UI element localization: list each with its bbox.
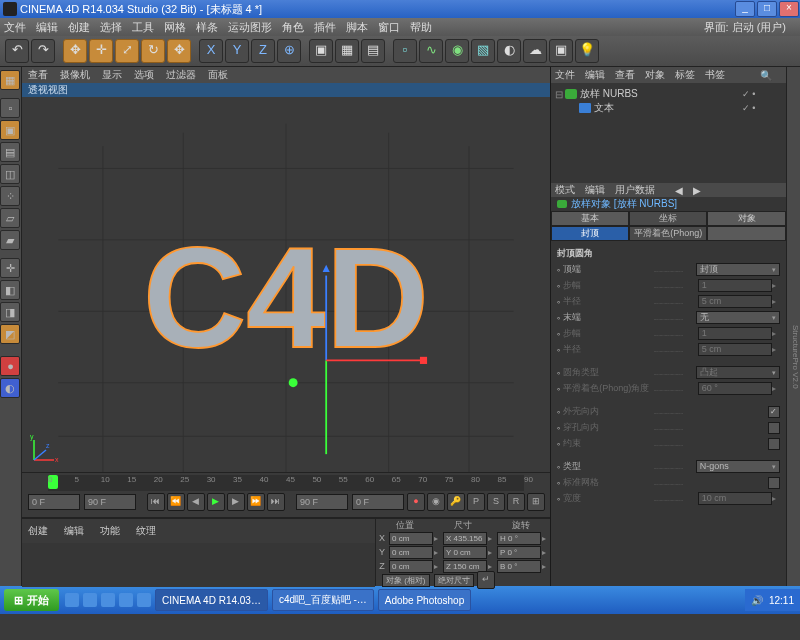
attr-subtab[interactable]: 平滑着色(Phong): [629, 226, 707, 241]
render-region[interactable]: ▦: [335, 39, 359, 63]
object-mode[interactable]: ▣: [0, 120, 20, 140]
attr-field[interactable]: 1: [698, 327, 772, 340]
key-selection[interactable]: 🔑: [447, 493, 465, 511]
key-scale[interactable]: S: [487, 493, 505, 511]
timeline-end-vis[interactable]: 90 F: [84, 494, 136, 510]
texture-mode[interactable]: ▤: [0, 142, 20, 162]
om-bookmarks[interactable]: 书签: [705, 68, 725, 82]
z-axis-toggle[interactable]: Z: [251, 39, 275, 63]
mat-create[interactable]: 创建: [28, 524, 48, 538]
render-settings[interactable]: ▤: [361, 39, 385, 63]
undo-button[interactable]: ↶: [5, 39, 29, 63]
scale-tool[interactable]: ⤢: [115, 39, 139, 63]
primitive-cube[interactable]: ▫: [393, 39, 417, 63]
material-panel[interactable]: [22, 543, 375, 587]
mat-edit[interactable]: 编辑: [64, 524, 84, 538]
modeling-tool[interactable]: ▧: [471, 39, 495, 63]
quicklaunch-icon[interactable]: [119, 593, 133, 607]
quicklaunch-icon[interactable]: [137, 593, 151, 607]
vp-menu-display[interactable]: 显示: [102, 68, 122, 82]
vp-menu-camera[interactable]: 摄像机: [60, 68, 90, 82]
menu-help[interactable]: 帮助: [410, 20, 432, 35]
clock[interactable]: 12:11: [769, 595, 794, 606]
make-editable[interactable]: ▦: [0, 70, 20, 90]
timeline-end[interactable]: 90 F: [296, 494, 348, 510]
environment-tool[interactable]: ☁: [523, 39, 547, 63]
attr-subtab[interactable]: [707, 226, 785, 241]
start-button[interactable]: ⊞开始: [4, 589, 59, 611]
autokey-button[interactable]: ◉: [427, 493, 445, 511]
menu-window[interactable]: 窗口: [378, 20, 400, 35]
taskbar-button[interactable]: c4d吧_百度贴吧 -…: [272, 589, 374, 611]
model-mode[interactable]: ▫: [0, 98, 20, 118]
layout-dropdown[interactable]: 界面: 启动 (用户): [704, 20, 787, 35]
timeline-current[interactable]: 0 F: [352, 494, 404, 510]
attr-field[interactable]: 1: [698, 279, 772, 292]
menu-character[interactable]: 角色: [282, 20, 304, 35]
om-file[interactable]: 文件: [555, 68, 575, 82]
attr-field[interactable]: 5 cm: [698, 295, 772, 308]
om-edit[interactable]: 编辑: [585, 68, 605, 82]
menu-file[interactable]: 文件: [4, 20, 26, 35]
menu-tools[interactable]: 工具: [132, 20, 154, 35]
menu-mesh[interactable]: 网格: [164, 20, 186, 35]
nurbs-tool[interactable]: ◉: [445, 39, 469, 63]
om-search-icon[interactable]: 🔍: [760, 70, 772, 81]
key-param[interactable]: ⊞: [527, 493, 545, 511]
play-button[interactable]: ▶: [207, 493, 225, 511]
attr-checkbox[interactable]: ✓: [768, 406, 780, 418]
attr-checkbox[interactable]: [768, 422, 780, 434]
menu-mograph[interactable]: 运动图形: [228, 20, 272, 35]
attr-userdata[interactable]: 用户数据: [615, 183, 655, 197]
dynamics-icon[interactable]: ●: [0, 356, 20, 376]
attr-subtab[interactable]: 基本: [551, 211, 629, 226]
menu-script[interactable]: 脚本: [346, 20, 368, 35]
edges-mode[interactable]: ▱: [0, 208, 20, 228]
deformer-tool[interactable]: ◐: [497, 39, 521, 63]
object-hierarchy[interactable]: ⊟放样 NURBS✓ •文本✓ •: [551, 83, 786, 183]
om-tags[interactable]: 标签: [675, 68, 695, 82]
goto-nextkey[interactable]: ⏩: [247, 493, 265, 511]
coord-mode-dd[interactable]: 对象 (相对): [382, 574, 430, 587]
attr-subtab[interactable]: 封顶: [551, 226, 629, 241]
coord-size-dd[interactable]: 绝对尺寸: [434, 574, 474, 587]
viewport-canvas[interactable]: C4D y x z: [22, 97, 550, 472]
attr-prev-icon[interactable]: ◀: [675, 185, 683, 196]
next-frame[interactable]: ▶: [227, 493, 245, 511]
attr-dropdown[interactable]: 凸起: [696, 366, 780, 379]
y-axis-toggle[interactable]: Y: [225, 39, 249, 63]
minimize-button[interactable]: _: [735, 1, 755, 17]
om-object[interactable]: 对象: [645, 68, 665, 82]
right-edge-tabs[interactable]: StructurePro V2.0: [786, 67, 800, 586]
coord-system[interactable]: ⊕: [277, 39, 301, 63]
camera-tool[interactable]: ▣: [549, 39, 573, 63]
prev-frame[interactable]: ◀: [187, 493, 205, 511]
coord-apply[interactable]: ↵: [477, 571, 495, 589]
quicklaunch-icon[interactable]: [83, 593, 97, 607]
menu-create[interactable]: 创建: [68, 20, 90, 35]
record-button[interactable]: ●: [407, 493, 425, 511]
render-view[interactable]: ▣: [309, 39, 333, 63]
axis-mode[interactable]: ✛: [0, 258, 20, 278]
select-tool[interactable]: ✥: [63, 39, 87, 63]
uvpoints-mode[interactable]: ◫: [0, 164, 20, 184]
rotate-tool[interactable]: ↻: [141, 39, 165, 63]
particles-icon[interactable]: ◐: [0, 378, 20, 398]
snap-toggle[interactable]: ◨: [0, 302, 20, 322]
attr-subtab[interactable]: 坐标: [629, 211, 707, 226]
mat-function[interactable]: 功能: [100, 524, 120, 538]
workplane[interactable]: ◩: [0, 324, 20, 344]
attr-checkbox[interactable]: [768, 438, 780, 450]
spline-tool[interactable]: ∿: [419, 39, 443, 63]
attr-field[interactable]: 5 cm: [698, 343, 772, 356]
attr-dropdown[interactable]: N-gons: [696, 460, 780, 473]
goto-end[interactable]: ⏭: [267, 493, 285, 511]
points-mode[interactable]: ⁘: [0, 186, 20, 206]
attr-dropdown[interactable]: 无: [696, 311, 780, 324]
vp-menu-view[interactable]: 查看: [28, 68, 48, 82]
attr-mode[interactable]: 模式: [555, 183, 575, 197]
vp-menu-panel[interactable]: 面板: [208, 68, 228, 82]
redo-button[interactable]: ↷: [31, 39, 55, 63]
close-button[interactable]: ×: [779, 1, 799, 17]
goto-start[interactable]: ⏮: [147, 493, 165, 511]
